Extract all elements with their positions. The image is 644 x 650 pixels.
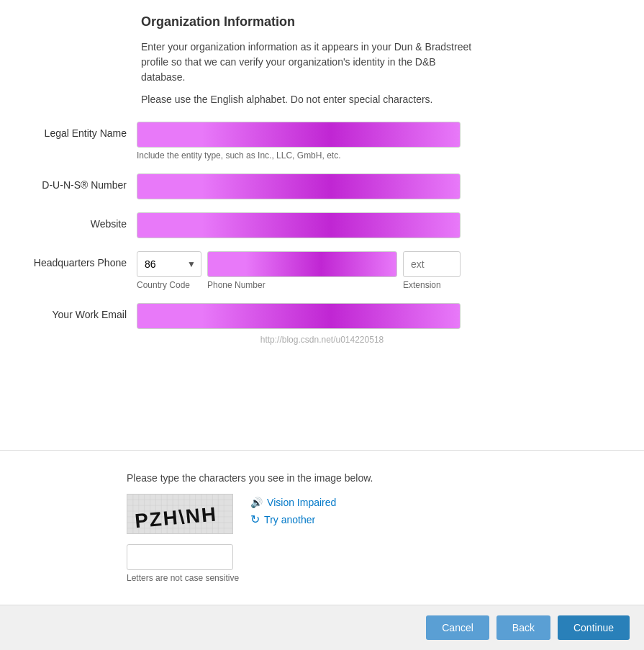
captcha-input[interactable] xyxy=(127,544,233,570)
speaker-icon: 🔊 xyxy=(250,497,263,508)
country-code-label: Country Code xyxy=(137,280,201,290)
hq-phone-wrapper: 86 1 44 49 33 ▼ Country Code Phone Numbe… xyxy=(137,251,461,290)
duns-wrapper xyxy=(137,173,461,199)
hq-phone-label: Headquarters Phone xyxy=(14,251,137,268)
description-1: Enter your organization information as i… xyxy=(141,40,472,85)
refresh-icon: ↻ xyxy=(250,513,260,526)
back-button[interactable]: Back xyxy=(496,615,550,640)
cancel-button[interactable]: Cancel xyxy=(426,615,489,640)
country-code-select[interactable]: 86 1 44 49 33 xyxy=(137,251,201,277)
vision-impaired-label: Vision Impaired xyxy=(267,497,336,508)
legal-entity-label: Legal Entity Name xyxy=(14,122,137,139)
website-input[interactable] xyxy=(137,212,461,238)
section-divider xyxy=(0,450,644,451)
phone-number-label: Phone Number xyxy=(207,280,397,290)
website-wrapper xyxy=(137,212,461,238)
duns-label: D-U-N-S® Number xyxy=(14,173,137,191)
section-title: Organization Information xyxy=(141,14,630,30)
try-another-label: Try another xyxy=(264,514,315,525)
captcha-image-area: PZH\NH Letters are not case sensitive xyxy=(127,494,239,583)
try-another-link[interactable]: ↻ Try another xyxy=(250,513,336,526)
footer-bar: Cancel Back Continue xyxy=(0,605,644,650)
captcha-hint: Letters are not case sensitive xyxy=(127,573,239,583)
website-label: Website xyxy=(14,212,137,230)
captcha-options: 🔊 Vision Impaired ↻ Try another xyxy=(250,494,336,526)
captcha-section: Please type the characters you see in th… xyxy=(0,458,644,605)
duns-input[interactable] xyxy=(137,173,461,199)
hq-phone-group: Headquarters Phone 86 1 44 49 33 ▼ xyxy=(14,251,630,290)
website-group: Website xyxy=(14,212,630,238)
legal-entity-input[interactable] xyxy=(137,122,461,148)
legal-entity-hint: Include the entity type, such as Inc., L… xyxy=(137,150,461,161)
extension-input[interactable] xyxy=(403,251,461,277)
watermark-text: http://blog.csdn.net/u014220518 xyxy=(14,335,630,345)
captcha-image-box: PZH\NH xyxy=(127,494,233,534)
work-email-label: Your Work Email xyxy=(14,303,137,320)
legal-entity-group: Legal Entity Name Include the entity typ… xyxy=(14,122,630,161)
description-2: Please use the English alphabet. Do not … xyxy=(141,92,472,107)
country-code-wrapper: 86 1 44 49 33 ▼ xyxy=(137,251,201,277)
captcha-row: PZH\NH Letters are not case sensitive 🔊 … xyxy=(127,494,630,583)
duns-group: D-U-N-S® Number xyxy=(14,173,630,199)
work-email-wrapper xyxy=(137,303,461,329)
phone-labels: Country Code Phone Number Extension xyxy=(137,280,461,290)
captcha-instruction: Please type the characters you see in th… xyxy=(127,472,630,484)
phone-row: 86 1 44 49 33 ▼ xyxy=(137,251,461,277)
captcha-input-row: Letters are not case sensitive xyxy=(127,544,239,583)
captcha-svg: PZH\NH xyxy=(127,494,232,534)
phone-number-input[interactable] xyxy=(207,251,397,277)
legal-entity-wrapper: Include the entity type, such as Inc., L… xyxy=(137,122,461,161)
continue-button[interactable]: Continue xyxy=(558,615,630,640)
vision-impaired-link[interactable]: 🔊 Vision Impaired xyxy=(250,497,336,508)
work-email-group: Your Work Email xyxy=(14,303,630,329)
work-email-input[interactable] xyxy=(137,303,461,329)
extension-label: Extension xyxy=(403,280,461,290)
